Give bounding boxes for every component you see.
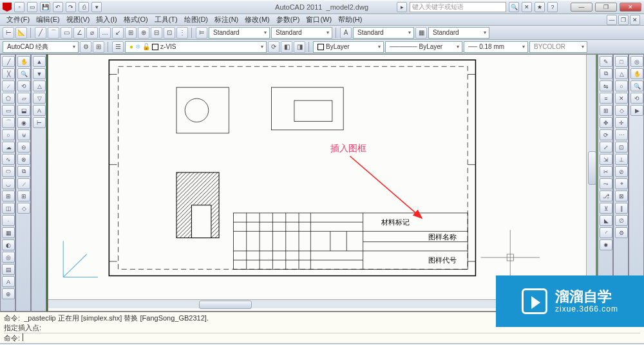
drawing-viewport[interactable]: 材料标记 图样名称 图样代号 插入图框 模型 Layout bbox=[48, 54, 596, 312]
orbit-icon[interactable]: ⟲ bbox=[17, 80, 30, 91]
osnap-none-icon[interactable]: ∅ bbox=[615, 215, 628, 226]
tool-angle-icon[interactable]: ∠ bbox=[73, 27, 85, 39]
nav-orbit-icon[interactable]: ⟲ bbox=[630, 93, 643, 104]
osnap-set-icon[interactable]: ⚙ bbox=[615, 227, 628, 238]
text-style-combo[interactable]: Standard▾ bbox=[353, 27, 414, 39]
dim-front-icon[interactable]: ⊢ bbox=[33, 117, 46, 128]
menu-param[interactable]: 参数(P) bbox=[274, 15, 303, 24]
bring-front-icon[interactable]: ▲ bbox=[33, 56, 46, 67]
mtext-icon[interactable]: A bbox=[2, 276, 15, 287]
tool-tol-icon[interactable]: ⊞ bbox=[125, 27, 137, 39]
osnap-app-icon[interactable]: ⊠ bbox=[615, 191, 628, 201]
ws-settings-icon[interactable]: ⚙ bbox=[80, 41, 91, 53]
block-icon[interactable]: ◫ bbox=[2, 203, 15, 214]
rotate-icon[interactable]: ⟳ bbox=[600, 129, 612, 140]
help-icon[interactable]: ? bbox=[547, 2, 558, 12]
tool-arc-icon[interactable]: ⌒ bbox=[48, 27, 59, 39]
osnap-quad-icon[interactable]: ◇ bbox=[615, 105, 628, 116]
subtract-icon[interactable]: ⊖ bbox=[17, 142, 30, 153]
scale-icon[interactable]: ⤢ bbox=[600, 142, 612, 153]
offset-icon[interactable]: ≡ bbox=[600, 93, 612, 104]
workspace-combo[interactable]: AutoCAD 经典▾ bbox=[3, 41, 79, 53]
qat-open-icon[interactable]: ▭ bbox=[27, 2, 37, 12]
join-icon[interactable]: ⊻ bbox=[600, 203, 612, 214]
osnap-ins-icon[interactable]: ⊡ bbox=[615, 142, 628, 153]
menu-window[interactable]: 窗口(W) bbox=[303, 15, 334, 24]
table-style-combo[interactable]: Standard▾ bbox=[428, 27, 489, 39]
infocenter-icon[interactable]: ▸ bbox=[397, 2, 407, 12]
table-tool-icon[interactable]: ▤ bbox=[2, 264, 15, 275]
tool-misc2-icon[interactable]: ⊡ bbox=[164, 27, 175, 39]
tool-more-icon[interactable]: … bbox=[99, 27, 111, 39]
plotstyle-combo[interactable]: BYCOLOR▾ bbox=[529, 41, 587, 53]
break-icon[interactable]: ⎇ bbox=[600, 191, 612, 201]
ellipse-icon[interactable]: ⬭ bbox=[2, 166, 15, 177]
copy-icon[interactable]: ⧉ bbox=[600, 68, 612, 79]
menu-help[interactable]: 帮助(H) bbox=[336, 15, 365, 24]
menu-modify[interactable]: 修改(M) bbox=[242, 15, 272, 24]
search-input[interactable]: 键入关键字或短语 bbox=[410, 2, 506, 12]
minimize-button[interactable]: — bbox=[571, 3, 592, 12]
osnap-cen-icon[interactable]: ○ bbox=[615, 80, 628, 91]
polygon-icon[interactable]: ⬠ bbox=[2, 93, 15, 104]
dim-style-combo[interactable]: Standard▾ bbox=[209, 27, 270, 39]
tool-line-icon[interactable]: ╱ bbox=[35, 27, 46, 39]
ws-save-icon[interactable]: ⊞ bbox=[93, 41, 104, 53]
osnap-tan-icon[interactable]: ⊘ bbox=[615, 166, 628, 177]
search-icon[interactable]: 🔍 bbox=[509, 2, 519, 12]
tool-dia-icon[interactable]: ⌀ bbox=[86, 27, 98, 39]
array-icon[interactable]: ⊞ bbox=[600, 105, 612, 116]
point-icon[interactable]: · bbox=[2, 215, 15, 226]
rect-icon[interactable]: ▭ bbox=[2, 105, 15, 116]
osnap-node-icon[interactable]: ✕ bbox=[615, 93, 628, 104]
intersect-icon[interactable]: ⊗ bbox=[17, 154, 30, 165]
explode-icon[interactable]: ✸ bbox=[600, 239, 612, 250]
fillet-icon[interactable]: ◜ bbox=[600, 227, 612, 238]
text-style-icon[interactable]: A bbox=[340, 27, 352, 39]
osnap-ext-icon[interactable]: ⋯ bbox=[615, 129, 628, 140]
revcloud-icon[interactable]: ☁ bbox=[2, 142, 15, 153]
nav-zoomext-icon[interactable]: 🔍 bbox=[630, 80, 643, 91]
menu-tools[interactable]: 工具(T) bbox=[152, 15, 180, 24]
exchange-icon[interactable]: ✕ bbox=[522, 2, 532, 12]
union-icon[interactable]: ⊎ bbox=[17, 129, 30, 140]
below-icon[interactable]: ▽ bbox=[33, 93, 46, 104]
circle-icon[interactable]: ○ bbox=[2, 129, 15, 140]
revolve-icon[interactable]: ◉ bbox=[17, 117, 30, 128]
ellipse-arc-icon[interactable]: ◡ bbox=[2, 178, 15, 189]
insert-icon[interactable]: ⊞ bbox=[2, 191, 15, 201]
erase-icon[interactable]: ✎ bbox=[600, 56, 612, 67]
lineweight-combo[interactable]: ── 0.18 mm▾ bbox=[464, 41, 528, 53]
gradient-icon[interactable]: ◐ bbox=[2, 239, 15, 250]
addsel-icon[interactable]: ⊕ bbox=[2, 288, 15, 299]
linetype-combo[interactable]: ────── ByLayer▾ bbox=[385, 41, 462, 53]
menu-view[interactable]: 视图(V) bbox=[64, 15, 93, 24]
tool-misc1-icon[interactable]: ⊟ bbox=[151, 27, 162, 39]
close-button[interactable]: ✕ bbox=[620, 3, 641, 12]
layer-prev-icon[interactable]: ◨ bbox=[294, 41, 305, 53]
send-back-icon[interactable]: ▼ bbox=[33, 68, 46, 79]
face-icon[interactable]: ◇ bbox=[17, 203, 30, 214]
region-icon[interactable]: ◎ bbox=[2, 252, 15, 263]
osnap-perp-icon[interactable]: ⊥ bbox=[615, 154, 628, 165]
qat-print-icon[interactable]: ⎙ bbox=[79, 2, 89, 12]
layer-combo[interactable]: ● ❄ 🔓 z-VIS▾ bbox=[125, 41, 267, 53]
tool-lead-icon[interactable]: ↙ bbox=[112, 27, 124, 39]
menu-edit[interactable]: 编辑(E) bbox=[33, 15, 62, 24]
zoom-icon[interactable]: 🔍 bbox=[17, 68, 30, 79]
trim-icon[interactable]: ✂ bbox=[600, 166, 612, 177]
menu-draw[interactable]: 绘图(D) bbox=[182, 15, 211, 24]
layer-props-icon[interactable]: ☰ bbox=[112, 41, 124, 53]
menu-insert[interactable]: 插入(I) bbox=[93, 15, 119, 24]
maximize-button[interactable]: ❐ bbox=[595, 3, 617, 12]
osnap-end-icon[interactable]: □ bbox=[615, 56, 628, 67]
layer-state-icon[interactable]: ⟳ bbox=[268, 41, 279, 53]
line-icon[interactable]: ╱ bbox=[2, 56, 15, 67]
slice-icon[interactable]: ⟋ bbox=[17, 178, 30, 189]
osnap-mid-icon[interactable]: △ bbox=[615, 68, 628, 79]
mleader-style-combo[interactable]: Standard▾ bbox=[271, 27, 332, 39]
menu-format[interactable]: 格式(O) bbox=[121, 15, 151, 24]
vertical-scrollbar[interactable] bbox=[586, 55, 596, 297]
tool-dim-icon[interactable]: ⊢ bbox=[3, 27, 14, 39]
app-icon[interactable] bbox=[3, 3, 12, 12]
